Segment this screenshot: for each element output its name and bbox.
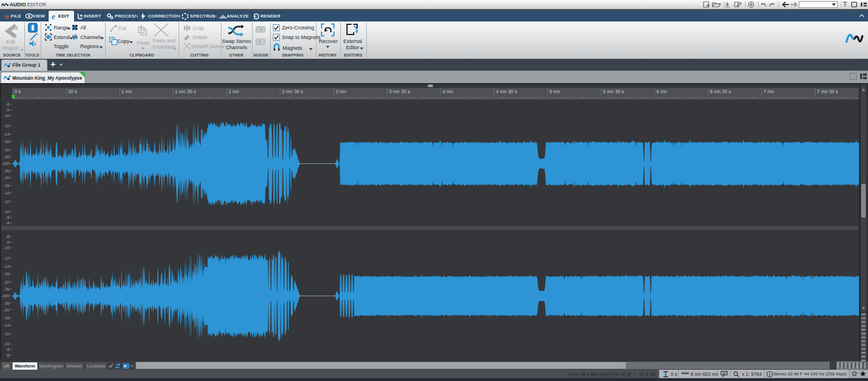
svg-text:-20: -20: [3, 148, 9, 152]
svg-text:-10: -10: [3, 210, 9, 214]
svg-text:-14: -14: [3, 132, 9, 136]
svg-text:-26: -26: [3, 301, 9, 305]
svg-text:4 mn: 4 mn: [442, 89, 453, 94]
svg-text:-12: -12: [3, 200, 9, 204]
svg-text:5 mn 30 s: 5 mn 30 s: [603, 89, 624, 94]
svg-text:-20: -20: [3, 280, 9, 284]
svg-text:3 mn: 3 mn: [336, 89, 346, 94]
svg-text:7 mn: 7 mn: [763, 89, 774, 94]
svg-text:0 s: 0 s: [15, 89, 21, 94]
svg-text:-12: -12: [3, 256, 9, 260]
svg-text:-26: -26: [3, 169, 9, 173]
svg-text:-26: -26: [3, 287, 9, 291]
svg-text:-200: -200: [1, 294, 9, 298]
svg-text:6 mn 30 s: 6 mn 30 s: [710, 89, 731, 94]
svg-text:-8: -8: [6, 235, 9, 239]
svg-text:-10: -10: [3, 114, 9, 118]
svg-text:w: w: [5, 13, 10, 20]
svg-text:1 mn 30 s: 1 mn 30 s: [175, 89, 196, 94]
svg-text:-12: -12: [3, 332, 9, 336]
svg-text:3 mn 30 s: 3 mn 30 s: [389, 89, 410, 94]
svg-text:-20: -20: [3, 176, 9, 180]
svg-text:-12: -12: [3, 124, 9, 128]
svg-text:-20: -20: [3, 308, 9, 312]
svg-text:2 mn: 2 mn: [228, 89, 239, 94]
svg-text:-16: -16: [3, 272, 9, 276]
svg-text:-10: -10: [3, 342, 9, 346]
svg-text:-9: -9: [6, 348, 9, 352]
svg-text:-9: -9: [6, 108, 9, 112]
svg-text:30 s: 30 s: [68, 89, 77, 94]
svg-text:-8: -8: [6, 353, 9, 357]
svg-text:e: e: [52, 13, 55, 20]
svg-text:-16: -16: [3, 140, 9, 144]
svg-text:-9: -9: [6, 240, 9, 244]
svg-text:-8: -8: [6, 102, 9, 106]
svg-text:1 mn: 1 mn: [121, 89, 132, 94]
svg-text:-10: -10: [3, 246, 9, 250]
svg-text:-16: -16: [3, 184, 9, 188]
svg-text:-14: -14: [3, 323, 9, 327]
svg-text:-14: -14: [3, 265, 9, 269]
svg-text:7 mn 30 s: 7 mn 30 s: [817, 89, 838, 94]
svg-text:-14: -14: [3, 191, 9, 195]
svg-text:-9: -9: [6, 215, 9, 219]
svg-text:-8: -8: [6, 221, 9, 225]
svg-text:-16: -16: [3, 316, 9, 320]
svg-text:2 mn 30 s: 2 mn 30 s: [282, 89, 303, 94]
svg-text:6 mn: 6 mn: [657, 89, 667, 94]
svg-text:5 mn: 5 mn: [549, 89, 560, 94]
svg-text:-26: -26: [3, 155, 9, 159]
svg-text:4 mn 30 s: 4 mn 30 s: [496, 89, 517, 94]
svg-text:-200: -200: [1, 162, 9, 166]
